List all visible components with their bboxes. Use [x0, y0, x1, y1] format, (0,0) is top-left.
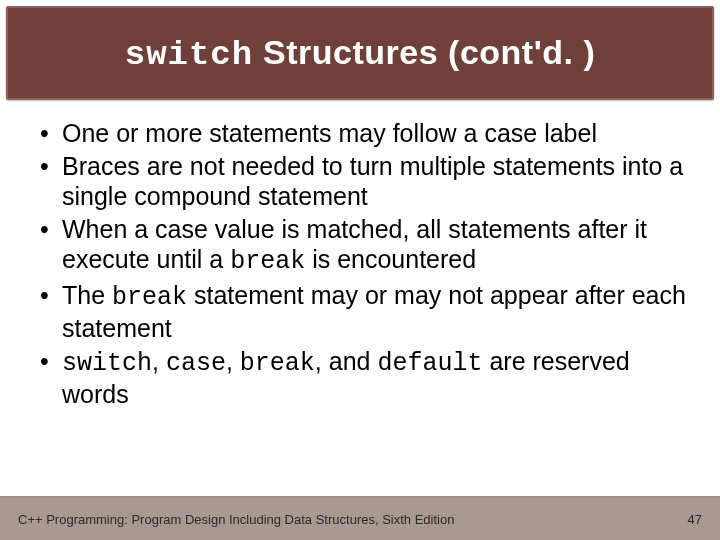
bullet-item: When a case value is matched, all statem…	[34, 214, 686, 278]
slide-body: One or more statements may follow a case…	[0, 100, 720, 540]
slide-title: switch Structures (cont'd. )	[125, 33, 596, 74]
bullet-item: switch, case, break, and default are res…	[34, 346, 686, 410]
title-rest: Structures (cont'd. )	[253, 33, 595, 71]
footer-page: 47	[688, 512, 702, 527]
code-text: break	[240, 349, 315, 378]
body-text: The	[62, 281, 112, 309]
body-text: Braces are not needed to turn multiple s…	[62, 152, 683, 211]
body-text: ,	[226, 347, 240, 375]
body-text: One or more statements may follow a case…	[62, 119, 597, 147]
body-text: , and	[315, 347, 378, 375]
bullet-item: Braces are not needed to turn multiple s…	[34, 151, 686, 212]
title-bar: switch Structures (cont'd. )	[6, 6, 714, 100]
code-text: switch	[62, 349, 152, 378]
body-text: is encountered	[305, 245, 476, 273]
bullet-item: One or more statements may follow a case…	[34, 118, 686, 149]
footer: C++ Programming: Program Design Includin…	[0, 496, 720, 540]
title-keyword: switch	[125, 36, 253, 74]
code-text: default	[377, 349, 482, 378]
body-text: ,	[152, 347, 166, 375]
slide: switch Structures (cont'd. ) One or more…	[0, 0, 720, 540]
bullet-list: One or more statements may follow a case…	[34, 118, 686, 410]
code-text: case	[166, 349, 226, 378]
code-text: break	[230, 247, 305, 276]
code-text: break	[112, 283, 187, 312]
footer-source: C++ Programming: Program Design Includin…	[18, 512, 454, 527]
bullet-item: The break statement may or may not appea…	[34, 280, 686, 344]
